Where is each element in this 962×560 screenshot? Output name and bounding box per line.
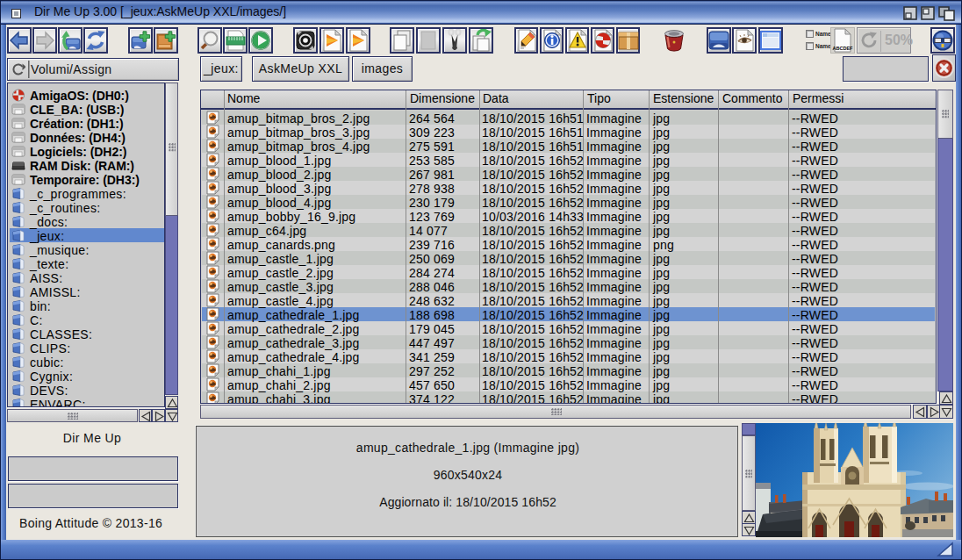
svg-text:ABCDEF: ABCDEF xyxy=(833,46,854,51)
